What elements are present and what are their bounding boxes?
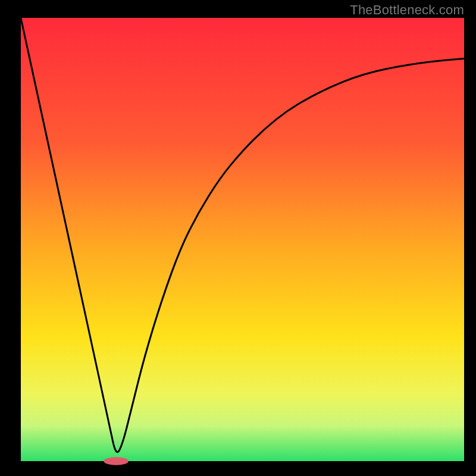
sweet-spot-marker bbox=[104, 457, 129, 465]
bottleneck-chart bbox=[0, 0, 476, 476]
watermark-text: TheBottleneck.com bbox=[350, 2, 464, 18]
plot-background bbox=[21, 18, 464, 461]
chart-container: TheBottleneck.com bbox=[0, 0, 476, 476]
